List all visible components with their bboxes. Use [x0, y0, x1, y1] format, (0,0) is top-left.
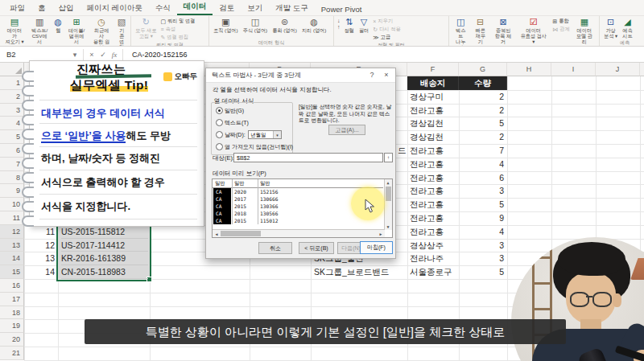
name-box-dropdown-icon[interactable]: ▾: [69, 51, 80, 59]
sort-descending-button[interactable]: ↑: [337, 24, 341, 30]
cell-index[interactable]: 11: [24, 225, 55, 239]
cell-destination[interactable]: 전라고흥: [410, 144, 444, 158]
cell-destination[interactable]: 전라고흥: [410, 225, 444, 239]
properties-button[interactable]: ≡속성: [160, 26, 195, 33]
fx-icon[interactable]: fx: [109, 51, 120, 59]
cancel-button[interactable]: 취소: [258, 242, 292, 254]
organization-data-type-button[interactable]: ▣조직 (영어): [211, 17, 241, 33]
row-header-12[interactable]: 12: [0, 225, 24, 239]
get-data-button[interactable]: ▤데이터 가 져오기 ▾: [2, 17, 27, 44]
date-format-combo[interactable]: 년월일▾: [248, 130, 282, 139]
cell-quantity[interactable]: 4: [459, 225, 504, 239]
column-header-H[interactable]: H: [507, 63, 551, 76]
cell-destination[interactable]: 전라고흥: [410, 184, 444, 198]
ribbon-tab-개발 도구[interactable]: 개발 도구: [269, 1, 315, 15]
cell-quantity[interactable]: 3: [459, 184, 504, 198]
cancel-icon[interactable]: ×: [86, 51, 97, 59]
row-header-2[interactable]: 2: [0, 90, 24, 104]
cell-quantity[interactable]: 2: [459, 130, 504, 144]
queries-connections-button[interactable]: ▢쿼리 및 연결: [160, 18, 195, 25]
cell-index[interactable]: 14: [24, 265, 55, 279]
close-icon[interactable]: ×: [379, 68, 394, 82]
cell-destination[interactable]: 경상구미: [410, 90, 444, 104]
row-header-20[interactable]: 20: [0, 333, 24, 347]
ribbon-tab-페이지 레이아웃[interactable]: 페이지 레이아웃: [80, 1, 149, 15]
help-icon[interactable]: ?: [365, 68, 379, 82]
cell-destination[interactable]: 경상김천: [410, 117, 444, 130]
consolidate-button[interactable]: ⊞통합: [552, 18, 569, 25]
cell-order-id[interactable]: US-2017-114412: [61, 239, 148, 252]
cell-quantity[interactable]: 9: [459, 211, 504, 225]
cell-destination[interactable]: 전라고흥: [410, 198, 444, 211]
formula-value[interactable]: CA-2020-152156: [126, 51, 188, 59]
radio-general[interactable]: [216, 107, 223, 114]
name-box[interactable]: B2: [0, 50, 69, 59]
back-button[interactable]: < 뒤로(B): [299, 242, 334, 254]
column-header-F[interactable]: F: [407, 63, 459, 76]
ribbon-tab-보기[interactable]: 보기: [241, 1, 269, 15]
chevron-down-icon[interactable]: ▾: [273, 131, 281, 138]
cell-quantity[interactable]: 3: [459, 252, 504, 265]
cell-quantity[interactable]: 2: [459, 90, 504, 104]
cell-destination[interactable]: 서울종로구: [410, 265, 452, 279]
reapply-filter-button[interactable]: ↻다시 적용: [373, 26, 400, 33]
refresh-all-button[interactable]: ↻모두 새로 고침 ▾: [133, 17, 159, 39]
forecast-sheet-button[interactable]: ◢예측 시트: [620, 17, 634, 39]
hscroll-thumb[interactable]: [221, 231, 261, 236]
sort-button[interactable]: ⇅정렬: [342, 17, 357, 33]
cell-quantity[interactable]: 4: [459, 158, 504, 171]
row-header-1[interactable]: 1: [0, 76, 24, 90]
vscroll-thumb[interactable]: [386, 187, 391, 201]
row-header-8[interactable]: 8: [0, 171, 24, 185]
from-web-button[interactable]: ◍웹: [52, 17, 64, 33]
ribbon-tab-파일[interactable]: 파일: [3, 1, 31, 15]
radio-text[interactable]: [216, 119, 223, 126]
column-header-G[interactable]: G: [459, 63, 507, 76]
header-cell-destination[interactable]: 배송지: [407, 76, 459, 90]
select-all-corner[interactable]: [0, 63, 24, 76]
what-if-analysis-button[interactable]: ⊡가상 분석 ▾: [601, 17, 620, 39]
cell-quantity[interactable]: 5: [459, 198, 504, 211]
column-header-J[interactable]: J: [596, 63, 640, 76]
currencies-data-type-button[interactable]: ⊚통화 (영어): [270, 17, 299, 33]
cell-customer[interactable]: 드: [398, 144, 407, 158]
remove-duplicates-button[interactable]: ⊠중복된 항목 제거: [490, 17, 516, 44]
cell-customer[interactable]: SK그룹_브로드밴드: [314, 265, 389, 279]
cell-destination[interactable]: 전라고흥: [410, 104, 444, 117]
ribbon-tab-검토[interactable]: 검토: [213, 1, 241, 15]
stocks-data-type-button[interactable]: ◫주식 (영어): [241, 17, 270, 33]
cell-destination[interactable]: 경상김천: [410, 130, 444, 144]
header-cell-quantity[interactable]: 수량: [459, 76, 507, 90]
row-header-21[interactable]: 21: [0, 347, 24, 360]
row-header-13[interactable]: 13: [0, 239, 24, 252]
radio-skip-column[interactable]: [216, 143, 223, 150]
cell-index[interactable]: 13: [24, 252, 55, 265]
scroll-right-icon[interactable]: ▶: [378, 232, 384, 236]
cell-quantity[interactable]: 3: [459, 239, 504, 252]
sort-ascending-button[interactable]: ↓: [337, 18, 341, 23]
row-header-7[interactable]: 7: [0, 158, 24, 171]
ribbon-tab-데이터[interactable]: 데이터: [177, 0, 213, 15]
destination-input[interactable]: $B$2: [233, 153, 383, 162]
finish-button[interactable]: 마침(F): [360, 241, 393, 254]
text-to-columns-button[interactable]: ◫텍스트 나누기: [451, 17, 470, 47]
cell-quantity[interactable]: 2: [459, 104, 504, 117]
row-header-16[interactable]: 16: [0, 279, 24, 293]
radio-date-label[interactable]: 날짜(D):: [225, 131, 246, 139]
cell-quantity[interactable]: 7: [459, 144, 504, 158]
column-header-I[interactable]: I: [551, 63, 596, 76]
cell-order-id[interactable]: KR-2016-161389: [61, 252, 148, 265]
row-header-15[interactable]: 15: [0, 265, 24, 279]
cell-order-id[interactable]: US-2015-115812: [61, 225, 148, 239]
ribbon-tab-Power Pivot[interactable]: Power Pivot: [315, 2, 369, 15]
collapse-dialog-icon[interactable]: ↑: [384, 153, 393, 162]
scroll-up-icon[interactable]: ▲: [385, 180, 391, 185]
advanced-filter-button[interactable]: ≫고급: [373, 34, 400, 41]
manage-data-model-button[interactable]: ▦데이터 모델 관리: [572, 17, 597, 44]
radio-date[interactable]: [216, 131, 223, 138]
cell-destination[interactable]: 전라고흥: [410, 211, 444, 225]
cell-quantity[interactable]: 5: [459, 117, 504, 130]
geography-data-type-button[interactable]: ◍지리 (영어): [299, 17, 329, 33]
row-header-9[interactable]: 9: [0, 184, 24, 198]
cell-destination[interactable]: 전라고흥: [410, 158, 444, 171]
